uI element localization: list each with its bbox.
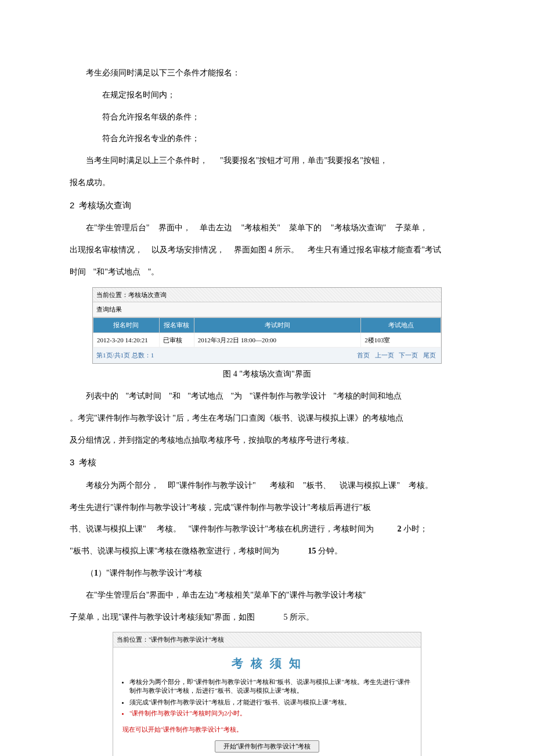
list-item-red: "课件制作与教学设计"考核时间为2小时。 bbox=[129, 709, 415, 718]
fig5-bar: 当前位置："课件制作与教学设计"考核 bbox=[113, 632, 421, 648]
t: 列表中的 bbox=[86, 392, 118, 400]
t: 当前位置：考核场次查询 bbox=[96, 291, 167, 298]
t: 菜单下的 bbox=[289, 223, 322, 232]
cell-audit: 已审核 bbox=[159, 332, 194, 348]
t: "考核的时间和地点 bbox=[333, 392, 402, 400]
intro-result2: 报名成功。 bbox=[70, 176, 464, 190]
section-title: 考核 bbox=[79, 458, 96, 467]
sec2-p1: 在"学生管理后台" 界面中， 单击左边 "考核相关" 菜单下的 "考核场次查询"… bbox=[70, 221, 464, 235]
intro-cond3: 符合允许报名专业的条件； bbox=[70, 132, 464, 146]
fig5-list: 考核分为两个部分，即"课件制作与教学设计"考核和"板书、说课与模拟上课"考核。考… bbox=[119, 678, 415, 718]
t: 即"课件制作与教学设计" bbox=[168, 481, 255, 490]
table-row: 2012-3-20 14:20:21 已审核 2012年3月22日 18:00—… bbox=[93, 332, 441, 348]
t: "考核相关" bbox=[241, 223, 280, 232]
cell-location: 2楼103室 bbox=[361, 332, 441, 348]
fig5-title: 考 核 须 知 bbox=[119, 653, 415, 673]
pager-info: 第1页/共1页 总数：1 bbox=[96, 350, 154, 361]
fig5-ready: 现在可以开始"课件制作与教学设计"考核。 bbox=[122, 724, 415, 735]
t: 出现报名审核情况， bbox=[70, 245, 143, 254]
pager-last[interactable]: 尾页 bbox=[423, 352, 436, 359]
figure-4: 当前位置：考核场次查询 查询结果 报名时间 报名审核 考试时间 考试地点 201… bbox=[92, 287, 442, 364]
sec2b-p2: 。考完"课件制作与教学设计 "后，考生在考场门口查阅《板书、说课与模拟上课》的考… bbox=[70, 411, 464, 425]
t: 子菜单，出现"课件与教学设计考核须知"界面，如图 bbox=[70, 613, 255, 621]
pager-first[interactable]: 首页 bbox=[357, 352, 370, 359]
t: 考核。 bbox=[409, 481, 433, 490]
sec3-p2: 考生先进行"课件制作与教学设计"考核，完成"课件制作与教学设计"考核后再进行"板 bbox=[70, 501, 464, 515]
text: 考生必须同时满足以下三个条件才能报名： bbox=[86, 68, 240, 77]
sec2b-p3: 及分组情况，并到指定的考核地点抽取考核序号，按抽取的考核序号进行考核。 bbox=[70, 433, 464, 447]
pager-prev[interactable]: 上一页 bbox=[375, 352, 394, 359]
fig4-pager: 第1页/共1页 总数：1 首页 上一页 下一页 尾页 bbox=[93, 348, 441, 363]
section-3-heading: 3 考核 bbox=[70, 455, 464, 471]
fig4-table: 报名时间 报名审核 考试时间 考试地点 2012-3-20 14:20:21 已… bbox=[93, 317, 441, 348]
text: 报名成功。 bbox=[70, 178, 110, 187]
text: 符合允许报名专业的条件； bbox=[102, 134, 200, 143]
fig4-caption: 图 4 "考核场次查询"界面 bbox=[70, 367, 464, 381]
text: 在规定报名时间内； bbox=[102, 91, 175, 99]
t: 子菜单， bbox=[395, 223, 428, 232]
t: 分钟。 bbox=[318, 547, 342, 555]
t: 时间 bbox=[70, 267, 86, 276]
t: "考试时间 bbox=[126, 392, 162, 400]
section-num: 3 bbox=[70, 457, 74, 467]
t: "考试地点 bbox=[187, 392, 223, 400]
t: "板书、 bbox=[303, 481, 331, 490]
sec3-p6: 子菜单，出现"课件与教学设计考核须知"界面，如图 5 所示。 bbox=[70, 610, 464, 624]
intro-cond1: 在规定报名时间内； bbox=[70, 88, 464, 102]
sec3-p3: 书、说课与模拟上课" 考核。 "课件制作与教学设计"考核在机房进行，考核时间为 … bbox=[70, 522, 464, 536]
intro-cond2: 符合允许报名年级的条件； bbox=[70, 110, 464, 124]
sec2-p2: 出现报名审核情况， 以及考场安排情况， 界面如图 4 所示。 考生只有通过报名审… bbox=[70, 243, 464, 257]
section-title: 考核场次查询 bbox=[79, 201, 131, 210]
t: 单击左边 bbox=[200, 223, 232, 232]
t: "和 bbox=[169, 392, 181, 400]
col-examtime: 考试时间 bbox=[194, 318, 361, 333]
list-item: 考核分为两个部分，即"课件制作与教学设计"考核和"板书、说课与模拟上课"考核。考… bbox=[129, 678, 415, 696]
intro-lead: 考生必须同时满足以下三个条件才能报名： bbox=[70, 66, 464, 80]
sec2b-p1: 列表中的 "考试时间 "和 "考试地点 "为 "课件制作与教学设计 "考核的时间… bbox=[70, 389, 464, 403]
intro-result: 当考生同时满足以上三个条件时， "我要报名"按钮才可用，单击"我要报名"按钮， bbox=[70, 154, 464, 168]
list-item: 须完成"课件制作与教学设计"考核后，才能进行"板书、说课与模拟上课"考核。 bbox=[129, 698, 415, 707]
col-time: 报名时间 bbox=[93, 318, 160, 333]
t: 以及考场安排情况， bbox=[151, 245, 225, 254]
sec3-p5: 在"学生管理后台"界面中，单击左边"考核相关"菜单下的"课件与教学设计考核" bbox=[70, 588, 464, 602]
cell-examtime: 2012年3月22日 18:00—20:00 bbox=[194, 332, 361, 348]
figure-5: 当前位置："课件制作与教学设计"考核 考 核 须 知 考核分为两个部分，即"课件… bbox=[113, 632, 421, 756]
t: 界面如图 4 所示。 bbox=[234, 245, 299, 254]
t: "板书、说课与模拟上课"考核在微格教室进行，考核时间为 bbox=[70, 547, 279, 555]
t: 小时； bbox=[403, 525, 428, 533]
sec3-p4: "板书、说课与模拟上课"考核在微格教室进行，考核时间为 15 分钟。 bbox=[70, 544, 464, 558]
t: 考核和 bbox=[270, 481, 294, 490]
t: 考生只有通过报名审核才能查看"考试 bbox=[308, 245, 441, 254]
section-2-heading: 2 考核场次查询 bbox=[70, 198, 464, 214]
text: 符合允许报名年级的条件； bbox=[102, 113, 200, 121]
text: 当考生同时满足以上三个条件时， bbox=[86, 156, 208, 165]
pager-next[interactable]: 下一页 bbox=[399, 352, 418, 359]
t: "和"考试地点 bbox=[93, 267, 140, 276]
t: 书、说课与模拟上课" bbox=[70, 525, 146, 533]
t: 说课与模拟上课" bbox=[340, 481, 400, 490]
fig4-subheader: 查询结果 bbox=[93, 302, 441, 317]
cell-time: 2012-3-20 14:20:21 bbox=[93, 332, 160, 348]
t: "考核场次查询" bbox=[331, 223, 386, 232]
col-location: 考试地点 bbox=[361, 318, 441, 333]
start-exam-button[interactable]: 开始"课件制作与教学设计"考核 bbox=[215, 740, 320, 753]
t: "课件制作与教学设计 bbox=[250, 392, 326, 400]
t: 在"学生管理后台" bbox=[86, 223, 149, 232]
t: "。 bbox=[148, 267, 160, 276]
section-num: 2 bbox=[70, 200, 74, 210]
table-header-row: 报名时间 报名审核 考试时间 考试地点 bbox=[93, 318, 441, 333]
fig4-header: 当前位置：考核场次查询 bbox=[93, 288, 441, 303]
sec3-p1: 考核分为两个部分， 即"课件制作与教学设计" 考核和 "板书、 说课与模拟上课"… bbox=[70, 479, 464, 493]
t: 考核分为两个部分， bbox=[86, 481, 159, 490]
t: 5 所示。 bbox=[283, 613, 314, 621]
text: "我要报名"按钮才可用，单击"我要报名"按钮， bbox=[220, 156, 388, 165]
t: 查询结果 bbox=[96, 306, 122, 313]
t: "为 bbox=[231, 392, 243, 400]
pager-links: 首页 上一页 下一页 尾页 bbox=[355, 350, 438, 361]
sec3-sub1: （1）"课件制作与教学设计"考核 bbox=[70, 566, 464, 580]
sec2-p3: 时间 "和"考试地点 "。 bbox=[70, 265, 464, 279]
duration-2h: 2 bbox=[398, 525, 402, 533]
t: "课件制作与教学设计"考核在机房进行，考核时间为 bbox=[189, 525, 374, 533]
t: 考核。 bbox=[157, 525, 181, 533]
col-audit: 报名审核 bbox=[159, 318, 194, 333]
